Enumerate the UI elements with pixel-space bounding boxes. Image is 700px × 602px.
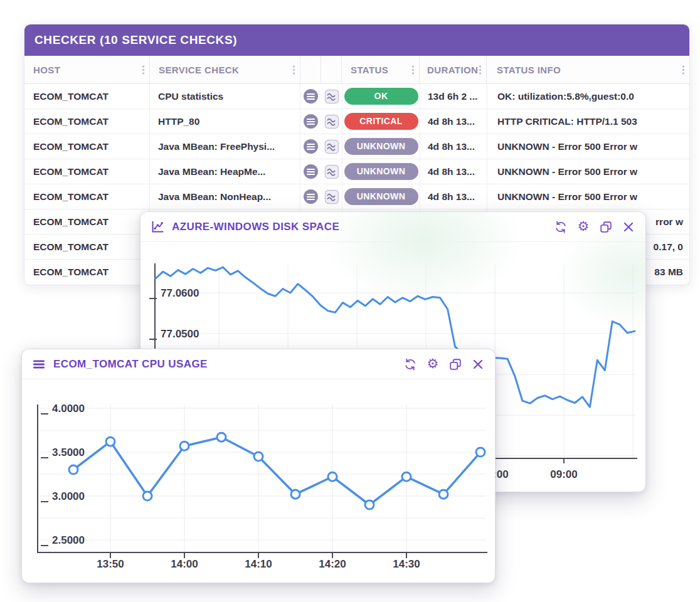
status-info-cell: UNKNOWN - Error 500 Error w: [487, 184, 689, 209]
service-check-cell: Java MBean: NonHeap...: [150, 184, 300, 209]
column-header-host[interactable]: HOST: [24, 56, 150, 83]
svg-text:77.0600: 77.0600: [161, 287, 199, 299]
duration-cell: 4d 8h 13...: [420, 134, 487, 159]
status-info-cell: OK: utilization:5.8%,guest:0.0: [487, 84, 689, 108]
column-header-service-check[interactable]: SERVICE CHECK: [150, 56, 300, 83]
column-header-status[interactable]: STATUS: [342, 56, 420, 83]
metrics-graph-icon[interactable]: [321, 84, 342, 108]
column-header-duration[interactable]: DURATION: [420, 56, 487, 83]
svg-text:14:10: 14:10: [245, 558, 272, 570]
metrics-graph-icon[interactable]: [321, 159, 342, 184]
column-header-actions-2: [321, 56, 342, 83]
menu-circle-icon[interactable]: [300, 84, 321, 108]
refresh-icon[interactable]: [402, 356, 418, 372]
copy-icon[interactable]: [447, 356, 464, 372]
host-cell: ECOM_TOMCAT: [24, 184, 150, 209]
table-header-row: HOST SERVICE CHECK STATUS DURATION STATU…: [24, 56, 689, 84]
svg-text:09:00: 09:00: [550, 468, 577, 480]
svg-text:3.0000: 3.0000: [52, 490, 85, 502]
service-check-cell: Java MBean: HeapMe...: [150, 159, 300, 184]
status-cell: UNKNOWN: [342, 159, 420, 184]
column-label: STATUS INFO: [497, 65, 561, 75]
panel-header: CHECKER (10 SERVICE CHECKS): [24, 24, 689, 56]
table-row[interactable]: ECOM_TOMCAT Java MBean: FreePhysi... UNK…: [24, 134, 689, 159]
column-menu-icon[interactable]: [411, 65, 415, 75]
svg-text:3.5000: 3.5000: [52, 446, 85, 458]
svg-text:13:50: 13:50: [97, 558, 124, 570]
chart-type-icon: [149, 219, 166, 235]
window-titlebar[interactable]: ECOM_TOMCAT CPU USAGE ⚙: [22, 349, 495, 379]
host-cell: ECOM_TOMCAT: [24, 209, 150, 234]
column-header-actions-1: [300, 56, 321, 83]
column-menu-icon[interactable]: [479, 65, 482, 75]
svg-text:14:30: 14:30: [393, 558, 420, 570]
column-label: HOST: [33, 65, 60, 75]
service-check-cell: CPU statistics: [150, 84, 300, 108]
table-row[interactable]: ECOM_TOMCAT HTTP_80 CRITICAL 4d 8h 13...…: [24, 109, 689, 134]
menu-circle-icon[interactable]: [300, 134, 321, 159]
menu-circle-icon[interactable]: [300, 109, 321, 134]
status-info-cell: HTTP CRITICAL: HTTP/1.1 503: [487, 109, 689, 134]
status-cell: OK: [342, 84, 420, 108]
status-cell: UNKNOWN: [342, 184, 420, 209]
hamburger-menu-icon[interactable]: [31, 356, 47, 372]
status-cell: UNKNOWN: [342, 134, 420, 159]
status-badge: OK: [344, 88, 418, 105]
status-badge: UNKNOWN: [344, 138, 418, 155]
column-label: DURATION: [427, 65, 478, 75]
svg-text:4.0000: 4.0000: [52, 403, 85, 415]
host-cell: ECOM_TOMCAT: [24, 84, 150, 108]
menu-circle-icon[interactable]: [300, 159, 321, 184]
window-title: AZURE-WINDOWS DISK SPACE: [172, 221, 546, 233]
status-cell: CRITICAL: [342, 109, 420, 134]
host-cell: ECOM_TOMCAT: [24, 235, 150, 259]
column-label: SERVICE CHECK: [159, 65, 239, 75]
host-cell: ECOM_TOMCAT: [24, 134, 150, 159]
settings-gear-icon[interactable]: ⚙: [425, 356, 441, 372]
column-label: STATUS: [351, 65, 388, 75]
panel-title: CHECKER (10 SERVICE CHECKS): [34, 33, 237, 47]
table-row[interactable]: ECOM_TOMCAT CPU statistics OK 13d 6h 2 .…: [24, 84, 689, 109]
settings-gear-icon[interactable]: ⚙: [575, 219, 591, 235]
dashboard: CHECKER (10 SERVICE CHECKS) HOST SERVICE…: [0, 0, 700, 602]
window-title: ECOM_TOMCAT CPU USAGE: [53, 358, 396, 371]
host-cell: ECOM_TOMCAT: [24, 109, 150, 134]
table-row[interactable]: ECOM_TOMCAT Java MBean: NonHeap... UNKNO…: [24, 184, 689, 209]
status-badge: UNKNOWN: [344, 188, 418, 205]
cpu-usage-chart: 4.00003.50003.00002.500013:5014:0014:101…: [22, 379, 495, 583]
duration-cell: 13d 6h 2 ...: [420, 84, 487, 108]
metrics-graph-icon[interactable]: [321, 109, 342, 134]
column-header-status-info[interactable]: STATUS INFO: [487, 56, 689, 83]
close-icon[interactable]: [470, 356, 486, 372]
duration-cell: 4d 8h 13...: [420, 184, 487, 209]
service-check-cell: Java MBean: FreePhysi...: [150, 134, 300, 159]
column-menu-icon[interactable]: [682, 65, 685, 75]
status-info-cell: UNKNOWN - Error 500 Error w: [487, 159, 689, 184]
metrics-graph-icon[interactable]: [321, 184, 342, 209]
status-badge: CRITICAL: [344, 113, 418, 130]
svg-text:77.0500: 77.0500: [161, 328, 199, 340]
table-row[interactable]: ECOM_TOMCAT Java MBean: HeapMe... UNKNOW…: [24, 159, 689, 184]
duration-cell: 4d 8h 13...: [420, 159, 487, 184]
column-menu-icon[interactable]: [142, 65, 145, 75]
svg-text:14:00: 14:00: [171, 558, 198, 570]
duration-cell: 4d 8h 13...: [420, 109, 487, 134]
cpu-usage-window: ECOM_TOMCAT CPU USAGE ⚙ 4.00003.50003.00…: [21, 349, 496, 583]
copy-icon[interactable]: [598, 219, 614, 235]
host-cell: ECOM_TOMCAT: [24, 159, 150, 184]
window-titlebar[interactable]: AZURE-WINDOWS DISK SPACE ⚙: [141, 212, 645, 242]
metrics-graph-icon[interactable]: [321, 134, 342, 159]
refresh-icon[interactable]: [553, 219, 569, 235]
close-icon[interactable]: [620, 219, 637, 235]
status-badge: UNKNOWN: [344, 163, 418, 180]
svg-text:2.5000: 2.5000: [52, 534, 85, 546]
host-cell: ECOM_TOMCAT: [24, 260, 150, 285]
service-check-cell: HTTP_80: [150, 109, 300, 134]
column-menu-icon[interactable]: [292, 65, 295, 75]
svg-text:14:20: 14:20: [319, 558, 346, 570]
status-info-cell: UNKNOWN - Error 500 Error w: [487, 134, 689, 159]
menu-circle-icon[interactable]: [300, 184, 321, 209]
